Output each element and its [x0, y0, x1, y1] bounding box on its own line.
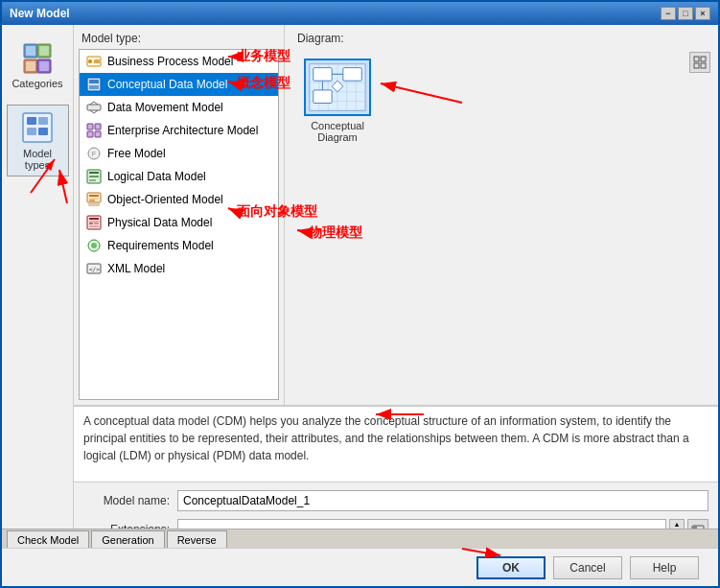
diagram-grid[interactable]: Conceptual Diagram: [290, 49, 713, 400]
svg-rect-15: [694, 57, 699, 61]
button-bar: OK Cancel Help: [2, 548, 718, 586]
tab-check-model[interactable]: Check Model: [7, 530, 89, 548]
grid-view-button[interactable]: [689, 52, 710, 73]
model-list[interactable]: Business Process Model Conceptual Data M…: [79, 49, 279, 400]
model-item-pdm[interactable]: Physical Data Model: [80, 211, 278, 234]
maximize-button[interactable]: □: [678, 7, 693, 20]
diagram-item-conceptual[interactable]: Conceptual Diagram: [294, 54, 381, 148]
bpm-icon: [86, 54, 102, 69]
model-name-row: Model name:: [83, 490, 708, 511]
dm-label: Data Movement Model: [107, 101, 223, 114]
svg-rect-45: [94, 223, 99, 224]
oom-label: Object-Oriented Model: [107, 193, 223, 206]
ldm-label: Logical Data Model: [107, 170, 206, 183]
model-name-input[interactable]: [177, 490, 708, 511]
sidebar-item-model-types[interactable]: Model types: [7, 105, 69, 176]
model-item-ldm[interactable]: Logical Data Model: [80, 165, 278, 188]
close-button[interactable]: ×: [695, 7, 710, 20]
model-item-ea[interactable]: Enterprise Architecture Model: [80, 119, 278, 142]
diagram-label: Diagram:: [290, 30, 713, 49]
svg-rect-24: [89, 85, 99, 89]
svg-rect-42: [89, 218, 99, 220]
oom-icon: [86, 192, 102, 207]
svg-rect-29: [95, 131, 101, 137]
free-label: Free Model: [107, 147, 166, 160]
sidebar-item-categories[interactable]: Categories: [7, 35, 69, 95]
svg-rect-44: [89, 223, 93, 224]
cancel-button[interactable]: Cancel: [553, 556, 622, 579]
xml-label: XML Model: [107, 262, 165, 275]
svg-text:F: F: [92, 151, 96, 157]
title-bar: New Model − □ ×: [2, 2, 718, 25]
main-area: Model type: Business Process Model: [74, 25, 718, 548]
bpm-label: Business Process Model: [107, 55, 233, 68]
model-item-cdm[interactable]: Conceptual Data Model: [80, 73, 278, 96]
description-area: A conceptual data model (CDM) helps you …: [74, 406, 718, 482]
svg-rect-34: [89, 176, 99, 177]
model-name-label: Model name:: [83, 494, 170, 507]
svg-rect-3: [39, 46, 49, 56]
svg-rect-46: [89, 225, 99, 227]
svg-point-20: [88, 59, 92, 63]
model-item-dm[interactable]: Data Movement Model: [80, 96, 278, 119]
svg-rect-26: [87, 124, 93, 129]
ldm-icon: [86, 169, 102, 184]
svg-rect-17: [694, 63, 699, 68]
svg-rect-35: [89, 179, 96, 181]
model-item-req[interactable]: Requirements Model: [80, 234, 278, 257]
svg-point-48: [91, 243, 97, 248]
bottom-tabs: Check Model Generation Reverse: [2, 529, 718, 548]
model-types-icon: [20, 110, 55, 145]
free-icon: F: [86, 146, 102, 161]
diagram-thumbnail: [304, 59, 371, 116]
model-item-free[interactable]: F Free Model: [80, 142, 278, 165]
svg-text:</>: </>: [89, 266, 100, 272]
ea-icon: [86, 123, 102, 138]
req-label: Requirements Model: [107, 239, 214, 252]
svg-rect-12: [38, 128, 48, 135]
svg-rect-63: [343, 68, 361, 82]
help-button[interactable]: Help: [630, 556, 699, 579]
svg-rect-9: [27, 117, 36, 125]
categories-label: Categories: [12, 78, 62, 89]
svg-rect-7: [39, 61, 49, 71]
sidebar: Categories Model types: [2, 25, 74, 548]
new-model-dialog: New Model − □ × Categories: [0, 0, 720, 588]
svg-rect-11: [27, 128, 36, 135]
svg-rect-37: [89, 195, 99, 197]
ok-button[interactable]: OK: [476, 556, 546, 579]
svg-rect-10: [38, 117, 48, 125]
minimize-button[interactable]: −: [661, 7, 676, 20]
svg-rect-62: [314, 68, 332, 82]
pdm-icon: [86, 215, 102, 230]
top-section: Model type: Business Process Model: [74, 25, 718, 406]
svg-rect-25: [87, 105, 101, 110]
svg-rect-64: [314, 90, 332, 104]
tab-generation[interactable]: Generation: [91, 530, 164, 548]
cdm-icon: [86, 77, 102, 92]
svg-rect-18: [701, 63, 706, 68]
pdm-label: Physical Data Model: [107, 216, 212, 229]
categories-icon: [20, 40, 55, 75]
description-text: A conceptual data model (CDM) helps you …: [83, 414, 689, 462]
svg-rect-33: [89, 172, 99, 174]
model-type-pane: Model type: Business Process Model: [74, 25, 285, 405]
svg-rect-39: [89, 200, 95, 201]
svg-rect-40: [88, 203, 100, 206]
xml-icon: </>: [86, 261, 102, 276]
svg-rect-1: [26, 46, 35, 56]
diagram-item-label: Conceptual Diagram: [299, 120, 376, 143]
dm-icon: [86, 100, 102, 115]
model-item-oom[interactable]: Object-Oriented Model: [80, 188, 278, 211]
svg-rect-5: [26, 61, 35, 71]
model-item-bpm[interactable]: Business Process Model: [80, 50, 278, 73]
svg-rect-16: [701, 57, 706, 61]
diagram-pane: Diagram:: [285, 25, 718, 405]
model-types-label: Model types: [12, 148, 63, 171]
model-item-xml[interactable]: </> XML Model: [80, 257, 278, 280]
req-icon: [86, 238, 102, 253]
svg-rect-27: [95, 124, 101, 129]
model-type-label: Model type:: [74, 30, 284, 49]
dialog-title: New Model: [10, 7, 70, 20]
tab-reverse[interactable]: Reverse: [167, 530, 227, 548]
